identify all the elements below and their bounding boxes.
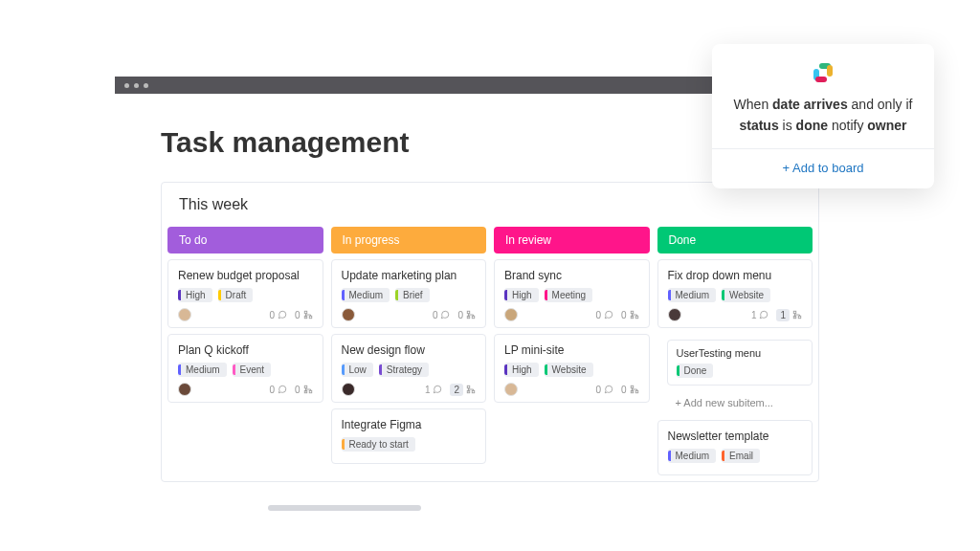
tag[interactable]: Strategy: [379, 363, 429, 377]
tag[interactable]: Medium: [178, 363, 227, 377]
subitem-title: UserTesting menu: [677, 347, 804, 359]
subitems-icon: [303, 310, 313, 320]
card[interactable]: Newsletter templateMediumEmail: [657, 420, 813, 475]
tag[interactable]: Low: [342, 363, 373, 377]
subitems-stat[interactable]: 0: [621, 385, 639, 395]
comments-stat[interactable]: 0: [595, 310, 613, 320]
tag-label: Medium: [349, 290, 384, 300]
tag-label: Meeting: [552, 290, 587, 300]
avatar[interactable]: [342, 383, 355, 396]
tag-label: High: [186, 290, 206, 300]
column: In progressUpdate marketing planMediumBr…: [331, 227, 487, 475]
column-header[interactable]: Done: [657, 227, 813, 253]
column-header[interactable]: To do: [167, 227, 323, 253]
tag[interactable]: Event: [233, 363, 272, 377]
tag[interactable]: Brief: [395, 288, 430, 302]
tag-label: Event: [240, 364, 265, 375]
tag-label: Draft: [226, 290, 247, 300]
avatar[interactable]: [342, 308, 355, 321]
tag-color-bar: [218, 290, 221, 300]
tag[interactable]: Email: [722, 449, 760, 463]
board-columns: To doRenew budget proposalHighDraft00Pla…: [162, 227, 818, 481]
tag[interactable]: Ready to start: [342, 437, 415, 452]
add-to-board-link[interactable]: + Add to board: [729, 161, 917, 175]
subitems-stat[interactable]: 0: [295, 385, 313, 395]
svg-rect-1: [309, 316, 312, 319]
tag[interactable]: Medium: [668, 449, 717, 463]
subitems-list: UserTesting menuDone+ Add new subitem...: [667, 340, 813, 414]
card[interactable]: Update marketing planMediumBrief00: [331, 259, 487, 328]
avatar[interactable]: [668, 308, 681, 321]
tag-color-bar: [342, 364, 345, 375]
comments-stat[interactable]: 0: [269, 310, 287, 320]
card[interactable]: Plan Q kickoffMediumEvent00: [167, 334, 323, 403]
card-tags: HighDraft: [178, 288, 313, 302]
card[interactable]: LP mini-siteHighWebsite00: [494, 334, 650, 403]
tag-label: Medium: [676, 451, 710, 461]
horizontal-scrollbar[interactable]: [268, 505, 421, 511]
window-dot: [134, 83, 139, 88]
comment-icon: [604, 385, 613, 394]
comments-stat[interactable]: 0: [269, 385, 287, 395]
avatar[interactable]: [178, 308, 191, 321]
card-stats: 00: [433, 310, 476, 320]
tag[interactable]: Meeting: [545, 288, 593, 302]
tag-label: Done: [684, 365, 707, 376]
add-subitem-button[interactable]: + Add new subitem...: [667, 391, 813, 414]
window-dot: [124, 83, 129, 88]
window-dot: [144, 83, 148, 88]
card[interactable]: Integrate FigmaReady to start: [331, 408, 487, 464]
subitems-stat[interactable]: 0: [621, 310, 639, 320]
subitems-stat[interactable]: 0: [457, 310, 476, 320]
svg-rect-16: [635, 390, 638, 393]
card[interactable]: Fix drop down menuMediumWebsite11: [657, 259, 813, 328]
card-footer: 12: [342, 383, 477, 396]
tag[interactable]: High: [504, 363, 539, 377]
card[interactable]: New design flowLowStrategy12: [331, 334, 487, 403]
svg-rect-4: [309, 390, 312, 393]
tag-color-bar: [677, 365, 679, 376]
board: This week To doRenew budget proposalHigh…: [161, 182, 819, 482]
subitems-icon: [303, 385, 313, 394]
avatar[interactable]: [504, 383, 518, 396]
tag-label: Medium: [676, 290, 710, 300]
card-title: Newsletter template: [668, 430, 803, 443]
tag[interactable]: Website: [545, 363, 593, 377]
avatar[interactable]: [178, 383, 191, 396]
subitems-stat[interactable]: 1: [776, 309, 802, 321]
tag-color-bar: [545, 364, 547, 375]
card-tags: MediumEmail: [668, 449, 803, 463]
tag[interactable]: Draft: [218, 288, 254, 302]
comment-icon: [278, 310, 287, 320]
subitems-stat[interactable]: 0: [295, 310, 313, 320]
tag-label: High: [512, 290, 532, 300]
card-tags: Ready to start: [342, 437, 477, 452]
avatar[interactable]: [504, 308, 518, 321]
tag[interactable]: High: [178, 288, 212, 302]
subitems-stat[interactable]: 2: [450, 384, 476, 396]
comments-stat[interactable]: 1: [425, 385, 443, 395]
card-title: New design flow: [342, 343, 477, 357]
card[interactable]: Renew budget proposalHighDraft00: [167, 259, 323, 328]
card-title: Plan Q kickoff: [178, 343, 313, 357]
card-title: Update marketing plan: [342, 269, 477, 282]
comments-stat[interactable]: 0: [433, 310, 451, 320]
tag[interactable]: Medium: [668, 288, 717, 302]
column-header[interactable]: In progress: [331, 227, 487, 253]
card[interactable]: Brand syncHighMeeting00: [494, 259, 650, 328]
tag[interactable]: High: [504, 288, 539, 302]
tag-color-bar: [178, 364, 181, 375]
column: To doRenew budget proposalHighDraft00Pla…: [167, 227, 323, 475]
subitems-icon: [466, 385, 476, 394]
column-header[interactable]: In review: [494, 227, 650, 253]
comments-stat[interactable]: 1: [751, 310, 769, 320]
comments-stat[interactable]: 0: [595, 385, 613, 395]
card-title: Brand sync: [504, 269, 639, 282]
card-stats: 00: [269, 385, 312, 395]
tag[interactable]: Medium: [342, 288, 390, 302]
tag[interactable]: Website: [722, 288, 770, 302]
svg-rect-6: [467, 311, 470, 314]
tag[interactable]: Done: [677, 364, 714, 378]
subitem[interactable]: UserTesting menuDone: [667, 340, 813, 386]
tag-color-bar: [668, 290, 671, 300]
